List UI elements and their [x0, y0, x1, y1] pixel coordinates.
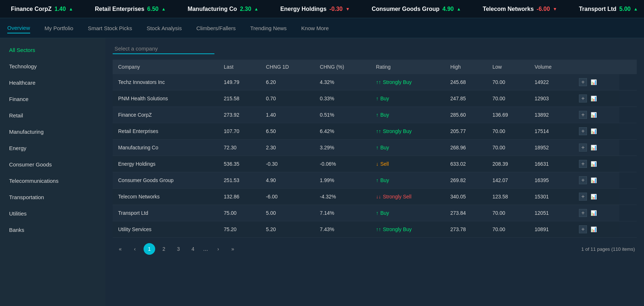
- table-row: Consumer Goods Group 251.53 4.90 1.99% ↑…: [113, 172, 637, 189]
- view-chart-button[interactable]: 📊: [591, 161, 597, 167]
- actions-cell: + 📊: [573, 221, 619, 238]
- view-chart-button[interactable]: 📊: [591, 177, 597, 183]
- company-name: Manufacturing Co: [113, 140, 218, 156]
- view-chart-button[interactable]: 📊: [591, 112, 597, 118]
- chng1d-value: -0.30: [261, 156, 314, 172]
- add-to-portfolio-button[interactable]: +: [579, 78, 587, 86]
- actions-cell: + 📊: [573, 156, 619, 172]
- rating-icon: ↑↑: [376, 226, 381, 232]
- actions-cell: + 📊: [573, 189, 619, 205]
- view-chart-button[interactable]: 📊: [591, 96, 597, 101]
- rating-icon: ↑: [376, 145, 378, 150]
- sidebar: All SectorsTechnologyHealthcareFinanceRe…: [0, 38, 105, 306]
- view-chart-button[interactable]: 📊: [591, 79, 597, 85]
- add-to-portfolio-button[interactable]: +: [579, 160, 587, 168]
- volume-value: 12051: [529, 205, 573, 221]
- add-to-portfolio-button[interactable]: +: [579, 176, 587, 184]
- table-row: Finance CorpZ 273.92 1.40 0.51% ↑ Buy 28…: [113, 107, 637, 123]
- view-chart-button[interactable]: 📊: [591, 145, 597, 150]
- page-2-button[interactable]: 2: [158, 243, 170, 255]
- ticker-value: -6.00: [537, 6, 550, 12]
- nav-item-know-more[interactable]: Know More: [301, 23, 329, 33]
- rating-label: Strongly Buy: [383, 226, 411, 232]
- column-header-high: High: [445, 60, 487, 74]
- up-arrow-icon: ▲: [254, 7, 258, 12]
- ellipsis: ...: [202, 246, 209, 252]
- ticker-item: Telecom Networks -6.00 ▼: [483, 6, 557, 12]
- nav-item-my-portfolio[interactable]: My Portfolio: [45, 23, 73, 33]
- company-name: Finance CorpZ: [113, 107, 218, 123]
- ticker-item: Transport Ltd 5.00 ▲: [579, 6, 638, 12]
- rating-cell: ↓↓ Strongly Sell: [370, 189, 445, 205]
- volume-value: 10891: [529, 221, 573, 238]
- next-page-button[interactable]: ›: [212, 243, 224, 255]
- nav-item-climbers/fallers[interactable]: Climbers/Fallers: [196, 23, 236, 33]
- nav-item-overview[interactable]: Overview: [7, 23, 30, 33]
- add-to-portfolio-button[interactable]: +: [579, 225, 587, 233]
- sidebar-item-utilities[interactable]: Utilities: [0, 205, 105, 222]
- rating-icon: ↑: [376, 177, 378, 183]
- search-container: [113, 44, 637, 54]
- ticker-value: 4.90: [442, 6, 454, 12]
- stock-table: CompanyLastCHNG 1DCHNG (%)RatingHighLowV…: [113, 60, 637, 238]
- prev-page-button[interactable]: ‹: [129, 243, 141, 255]
- add-to-portfolio-button[interactable]: +: [579, 111, 587, 119]
- first-page-button[interactable]: «: [114, 243, 126, 255]
- low-value: 70.00: [487, 221, 529, 238]
- low-value: 123.58: [487, 189, 529, 205]
- sidebar-item-transportation[interactable]: Transportation: [0, 189, 105, 205]
- column-header-: [619, 60, 637, 74]
- high-value: 273.78: [445, 221, 487, 238]
- company-name: Energy Holdings: [113, 156, 218, 172]
- main-layout: All SectorsTechnologyHealthcareFinanceRe…: [0, 38, 644, 306]
- nav-item-smart-stock-picks[interactable]: Smart Stock Picks: [88, 23, 132, 33]
- view-chart-button[interactable]: 📊: [591, 226, 597, 232]
- sidebar-item-manufacturing[interactable]: Manufacturing: [0, 124, 105, 140]
- sidebar-item-technology[interactable]: Technology: [0, 58, 105, 75]
- sidebar-item-all-sectors[interactable]: All Sectors: [0, 42, 105, 58]
- nav-item-trending-news[interactable]: Trending News: [250, 23, 287, 33]
- page-4-button[interactable]: 4: [187, 243, 199, 255]
- rating-cell: ↑ Buy: [370, 90, 445, 107]
- sidebar-item-energy[interactable]: Energy: [0, 140, 105, 156]
- chngpct-value: 4.32%: [314, 74, 370, 90]
- table-row: Retail Enterprises 107.70 6.50 6.42% ↑↑ …: [113, 123, 637, 140]
- sidebar-item-banks[interactable]: Banks: [0, 222, 105, 238]
- sidebar-item-telecommunications[interactable]: Telecommunications: [0, 173, 105, 189]
- add-to-portfolio-button[interactable]: +: [579, 144, 587, 152]
- volume-value: 16395: [529, 172, 573, 189]
- rating-label: Buy: [380, 96, 389, 101]
- rating-icon: ↓↓: [376, 194, 381, 200]
- page-1-button[interactable]: 1: [144, 243, 155, 255]
- view-chart-button[interactable]: 📊: [591, 210, 597, 216]
- add-to-portfolio-button[interactable]: +: [579, 127, 587, 135]
- table-header: CompanyLastCHNG 1DCHNG (%)RatingHighLowV…: [113, 60, 637, 74]
- sidebar-item-retail[interactable]: Retail: [0, 107, 105, 124]
- rating-icon: ↓: [376, 161, 378, 167]
- add-to-portfolio-button[interactable]: +: [579, 94, 587, 102]
- rating-icon: ↑↑: [376, 128, 381, 134]
- view-chart-button[interactable]: 📊: [591, 128, 597, 134]
- sidebar-item-consumer-goods[interactable]: Consumer Goods: [0, 156, 105, 173]
- chng1d-value: 6.50: [261, 123, 314, 140]
- ticker-item: Manufacturing Co 2.30 ▲: [188, 6, 258, 12]
- page-3-button[interactable]: 3: [173, 243, 184, 255]
- last-page-button[interactable]: »: [227, 243, 238, 255]
- ticker-value: 6.50: [147, 6, 158, 12]
- add-to-portfolio-button[interactable]: +: [579, 209, 587, 217]
- nav-item-stock-analysis[interactable]: Stock Analysis: [146, 23, 182, 33]
- low-value: 70.00: [487, 90, 529, 107]
- rating-cell: ↑ Buy: [370, 205, 445, 221]
- add-to-portfolio-button[interactable]: +: [579, 193, 587, 201]
- sidebar-item-healthcare[interactable]: Healthcare: [0, 75, 105, 91]
- chngpct-value: 0.33%: [314, 90, 370, 107]
- table-row: Transport Ltd 75.00 5.00 7.14% ↑ Buy 273…: [113, 205, 637, 221]
- actions-cell: + 📊: [573, 172, 619, 189]
- view-chart-button[interactable]: 📊: [591, 194, 597, 200]
- column-header-last: Last: [218, 60, 261, 74]
- search-input[interactable]: [113, 44, 214, 54]
- page-controls: « ‹ 1 2 3 4 ... › »: [114, 243, 238, 255]
- sidebar-item-finance[interactable]: Finance: [0, 91, 105, 107]
- volume-value: 17514: [529, 123, 573, 140]
- volume-value: 16631: [529, 156, 573, 172]
